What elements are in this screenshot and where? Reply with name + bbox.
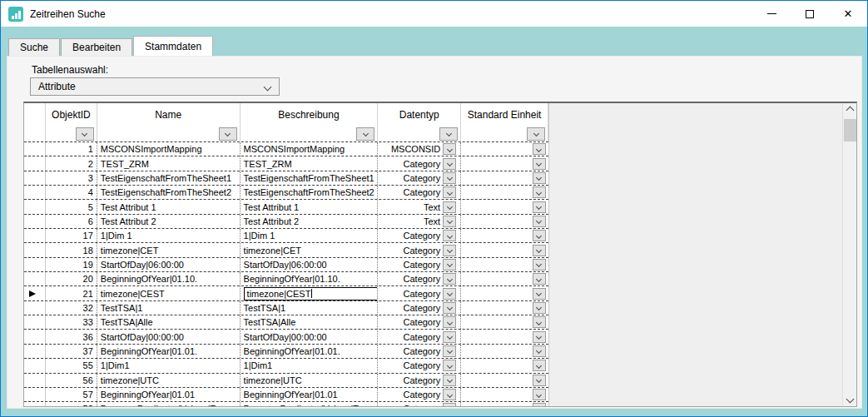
minimize-button[interactable] — [752, 1, 791, 27]
cell-objektid[interactable]: 33 — [46, 315, 97, 329]
cell-objektid[interactable]: 32 — [46, 301, 97, 315]
einheit-dropdown-button[interactable] — [533, 143, 546, 155]
cell-datentyp[interactable]: Category — [378, 186, 461, 199]
datentyp-dropdown-button[interactable] — [443, 158, 456, 170]
row-header-cell[interactable] — [24, 229, 46, 242]
row-header-cell[interactable] — [24, 402, 46, 406]
row-header-cell[interactable] — [24, 272, 46, 285]
cell-standard-einheit[interactable] — [461, 186, 548, 199]
filter-dropdown-button[interactable] — [76, 127, 94, 141]
cell-name[interactable]: TestEigenschaftFromTheSheet2 — [97, 186, 241, 199]
cell-standard-einheit[interactable] — [461, 142, 548, 156]
row-header-cell[interactable] — [24, 315, 46, 329]
column-header-standard-einheit[interactable]: Standard Einheit — [461, 103, 548, 126]
cell-standard-einheit[interactable] — [461, 315, 548, 329]
cell-datentyp[interactable]: Category — [378, 171, 461, 185]
cell-beschreibung[interactable]: BeginningOfYear|01.10. — [241, 272, 379, 285]
einheit-dropdown-button[interactable] — [533, 186, 546, 198]
datentyp-dropdown-button[interactable] — [443, 216, 456, 227]
cell-beschreibung[interactable]: Test Attribut 1 — [241, 200, 379, 213]
cell-name[interactable]: timezone|CEST — [97, 286, 241, 300]
cell-beschreibung[interactable]: BeginningOfYear|01.01. — [241, 345, 379, 358]
einheit-dropdown-button[interactable] — [533, 172, 546, 184]
cell-name[interactable]: Test Attribut 1 — [97, 200, 241, 213]
datentyp-dropdown-button[interactable] — [443, 201, 456, 213]
cell-beschreibung[interactable]: timezone|CEST — [241, 286, 379, 300]
row-header-cell[interactable] — [24, 286, 46, 300]
cell-beschreibung[interactable]: StartOfDay|06:00:00 — [241, 258, 379, 271]
cell-name[interactable]: BeginningOfYear|01.10. — [97, 272, 241, 285]
close-button[interactable]: ✕ — [829, 1, 867, 27]
row-header-cell[interactable] — [24, 258, 46, 271]
filter-dropdown-button[interactable] — [356, 127, 374, 141]
row-header-cell[interactable] — [24, 301, 46, 315]
cell-beschreibung[interactable]: 1|Dim1 — [241, 359, 379, 372]
cell-beschreibung[interactable]: 1|Dim 1 — [241, 229, 379, 242]
cell-objektid[interactable]: 56 — [46, 374, 97, 387]
cell-standard-einheit[interactable] — [461, 286, 548, 300]
cell-beschreibung[interactable]: PreserveDuplicatedValues|True — [241, 402, 379, 406]
titlebar[interactable]: Zeitreihen Suche ✕ — [1, 1, 867, 27]
cell-standard-einheit[interactable] — [461, 215, 548, 228]
cell-name[interactable]: StartOfDay|06:00:00 — [97, 258, 241, 271]
cell-name[interactable]: MSCONSImportMapping — [97, 142, 241, 156]
datentyp-dropdown-button[interactable] — [443, 345, 456, 357]
cell-objektid[interactable]: 3 — [46, 171, 97, 185]
beschreibung-edit-input[interactable]: timezone|CEST — [244, 287, 379, 300]
datentyp-dropdown-button[interactable] — [443, 360, 456, 371]
cell-name[interactable]: TestEigenschaftFromTheSheet1 — [97, 171, 241, 185]
cell-standard-einheit[interactable] — [461, 402, 548, 406]
einheit-dropdown-button[interactable] — [533, 216, 546, 227]
cell-name[interactable]: 1|Dim1 — [97, 359, 241, 372]
cell-datentyp[interactable]: Category — [378, 272, 461, 285]
cell-datentyp[interactable]: Category — [378, 286, 461, 300]
einheit-dropdown-button[interactable] — [533, 230, 546, 241]
row-header-cell[interactable] — [24, 215, 46, 228]
cell-datentyp[interactable]: Category — [378, 359, 461, 372]
cell-standard-einheit[interactable] — [461, 330, 548, 343]
row-header-cell[interactable] — [24, 359, 46, 372]
datentyp-dropdown-button[interactable] — [443, 302, 456, 314]
tab-stammdaten[interactable]: Stammdaten — [133, 36, 213, 56]
cell-name[interactable]: BeginningOfYear|01.01 — [97, 388, 241, 401]
tab-suche[interactable]: Suche — [8, 38, 60, 56]
row-header-cell[interactable] — [24, 243, 46, 256]
cell-standard-einheit[interactable] — [461, 374, 548, 387]
row-header-cell[interactable] — [24, 388, 46, 401]
datentyp-dropdown-button[interactable] — [443, 143, 456, 155]
row-header-cell[interactable] — [24, 142, 46, 156]
cell-datentyp[interactable]: Category — [378, 156, 461, 170]
scrollbar-down-button[interactable] — [843, 392, 857, 406]
maximize-button[interactable] — [791, 1, 829, 27]
cell-name[interactable]: TestTSA|Alle — [97, 315, 241, 329]
cell-objektid[interactable]: 37 — [46, 345, 97, 358]
datentyp-dropdown-button[interactable] — [443, 230, 456, 241]
cell-standard-einheit[interactable] — [461, 156, 548, 170]
datentyp-dropdown-button[interactable] — [443, 375, 456, 386]
scrollbar-up-button[interactable] — [843, 103, 857, 117]
tab-bearbeiten[interactable]: Bearbeiten — [61, 38, 132, 56]
datentyp-dropdown-button[interactable] — [443, 316, 456, 328]
datentyp-dropdown-button[interactable] — [443, 245, 456, 256]
cell-name[interactable]: timezone|CET — [97, 243, 241, 256]
cell-standard-einheit[interactable] — [461, 359, 548, 372]
cell-datentyp[interactable]: Category — [378, 330, 461, 343]
cell-objektid[interactable]: 17 — [46, 229, 97, 242]
cell-beschreibung[interactable]: TestEigenschaftFromTheSheet1 — [241, 171, 379, 185]
filter-dropdown-button[interactable] — [439, 127, 458, 141]
cell-objektid[interactable]: 58 — [46, 402, 97, 406]
cell-name[interactable]: StartOfDay|00:00:00 — [97, 330, 241, 343]
cell-beschreibung[interactable]: timezone|UTC — [241, 374, 379, 387]
cell-objektid[interactable]: 6 — [46, 215, 97, 228]
cell-objektid[interactable]: 2 — [46, 156, 97, 170]
datentyp-dropdown-button[interactable] — [443, 389, 456, 400]
column-header-name[interactable]: Name — [97, 103, 241, 126]
row-header-cell[interactable] — [24, 186, 46, 199]
cell-datentyp[interactable]: Category — [378, 229, 461, 242]
einheit-dropdown-button[interactable] — [533, 331, 546, 343]
cell-objektid[interactable]: 19 — [46, 258, 97, 271]
cell-standard-einheit[interactable] — [461, 258, 548, 271]
column-header-beschreibung[interactable]: Beschreibung — [241, 103, 379, 126]
cell-objektid[interactable]: 4 — [46, 186, 97, 199]
cell-name[interactable]: timezone|UTC — [97, 374, 241, 387]
